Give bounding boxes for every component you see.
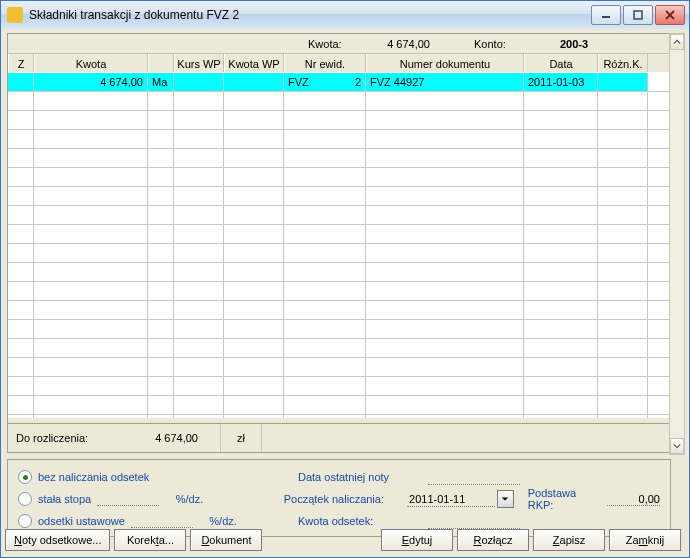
- summary-value: 4 674,00: [126, 432, 204, 444]
- cell-kwotawp[interactable]: [224, 73, 284, 91]
- grid-panel: Kwota: 4 674,00 Konto: 200-3 Z Kwota Kur…: [7, 33, 671, 453]
- table-row[interactable]: [8, 111, 670, 130]
- system-buttons: [591, 5, 685, 25]
- minimize-button[interactable]: [591, 5, 621, 25]
- radio-fixed-rate[interactable]: [18, 492, 32, 506]
- summary-unit: zł: [220, 424, 262, 452]
- cell-nrewid[interactable]: FVZ2: [284, 73, 366, 91]
- summary-row: Do rozliczenia: 4 674,00 zł: [8, 423, 670, 452]
- svg-rect-0: [602, 16, 610, 18]
- disconnect-button[interactable]: Rozłącz: [457, 529, 529, 551]
- close-button[interactable]: [655, 5, 685, 25]
- button-bar: Noty odsetkowe... Korekta... Dokument Ed…: [5, 527, 685, 553]
- interest-notes-button[interactable]: Noty odsetkowe...: [5, 529, 110, 551]
- client-area: Kwota: 4 674,00 Konto: 200-3 Z Kwota Kur…: [1, 29, 689, 557]
- grid-body[interactable]: 4 674,00 Ma FVZ2 FVZ 44927 2011-01-03: [8, 72, 670, 418]
- table-row[interactable]: [8, 320, 670, 339]
- maximize-icon: [633, 10, 643, 20]
- svg-rect-1: [634, 11, 642, 19]
- info-row: Kwota: 4 674,00 Konto: 200-3: [8, 34, 670, 54]
- kwota-value: 4 674,00: [360, 38, 438, 50]
- window: Składniki transakcji z dokumentu FVZ 2 K…: [0, 0, 690, 558]
- radio-statutory[interactable]: [18, 514, 32, 528]
- window-title: Składniki transakcji z dokumentu FVZ 2: [29, 8, 591, 22]
- basis-label: Podstawa RKP:: [528, 487, 601, 511]
- rate-suffix: %/dz.: [165, 493, 203, 505]
- cell-side[interactable]: Ma: [148, 73, 174, 91]
- chevron-up-icon: [673, 38, 681, 46]
- radio-no-interest[interactable]: [18, 470, 32, 484]
- table-row[interactable]: [8, 301, 670, 320]
- basis-value[interactable]: 0,00: [607, 493, 660, 506]
- table-row[interactable]: [8, 339, 670, 358]
- table-row[interactable]: [8, 168, 670, 187]
- interest-amount-label: Kwota odsetek:: [298, 515, 428, 527]
- rate-suffix-2: %/dz.: [199, 515, 237, 527]
- correction-button[interactable]: Korekta...: [114, 529, 186, 551]
- close-dialog-button[interactable]: Zamknij: [609, 529, 681, 551]
- titlebar[interactable]: Składniki transakcji z dokumentu FVZ 2: [1, 1, 689, 30]
- table-row[interactable]: [8, 225, 670, 244]
- last-note-field[interactable]: [428, 470, 520, 485]
- header-kwota[interactable]: Kwota: [34, 54, 148, 73]
- radio-no-interest-label: bez naliczania odsetek: [38, 471, 149, 483]
- header-numdok[interactable]: Numer dokumentu: [366, 54, 524, 73]
- app-icon: [7, 7, 23, 23]
- table-row[interactable]: [8, 377, 670, 396]
- statutory-rate-field[interactable]: [131, 514, 193, 528]
- radio-statutory-label: odsetki ustawowe: [38, 515, 125, 527]
- cell-roznk[interactable]: [598, 73, 648, 91]
- start-date-field[interactable]: 2011-01-11: [407, 492, 495, 507]
- header-roznk[interactable]: Różn.K.: [598, 54, 648, 73]
- table-row[interactable]: [8, 396, 670, 415]
- kwota-label: Kwota:: [308, 38, 360, 50]
- konto-label: Konto:: [474, 38, 524, 50]
- header-side[interactable]: [148, 54, 174, 73]
- edit-button[interactable]: Edytuj: [381, 529, 453, 551]
- table-row[interactable]: [8, 187, 670, 206]
- save-button[interactable]: Zapisz: [533, 529, 605, 551]
- table-row[interactable]: [8, 206, 670, 225]
- options-panel: bez naliczania odsetek Data ostatniej no…: [7, 459, 671, 537]
- last-note-label: Data ostatniej noty: [298, 471, 428, 483]
- grid-header: Z Kwota Kurs WP Kwota WP Nr ewid. Numer …: [8, 54, 670, 74]
- cell-z[interactable]: [8, 73, 34, 91]
- cell-kwota[interactable]: 4 674,00: [34, 73, 148, 91]
- table-row[interactable]: [8, 149, 670, 168]
- table-row[interactable]: [8, 282, 670, 301]
- radio-fixed-rate-label: stała stopa: [38, 493, 91, 505]
- start-label: Początek naliczania:: [284, 493, 407, 505]
- date-dropdown-button[interactable]: [497, 490, 514, 508]
- table-row[interactable]: 4 674,00 Ma FVZ2 FVZ 44927 2011-01-03: [8, 73, 670, 92]
- vertical-scrollbar[interactable]: [669, 33, 685, 455]
- minimize-icon: [601, 10, 611, 20]
- chevron-down-icon: [673, 442, 681, 450]
- cell-kurs[interactable]: [174, 73, 224, 91]
- table-row[interactable]: [8, 415, 670, 418]
- summary-label: Do rozliczenia:: [8, 432, 126, 444]
- table-row[interactable]: [8, 130, 670, 149]
- document-button[interactable]: Dokument: [190, 529, 262, 551]
- cell-numdok[interactable]: FVZ 44927: [366, 73, 524, 91]
- header-z[interactable]: Z: [8, 54, 34, 73]
- header-kurs[interactable]: Kurs WP: [174, 54, 224, 73]
- fixed-rate-field[interactable]: [97, 492, 159, 506]
- table-row[interactable]: [8, 263, 670, 282]
- scroll-down-button[interactable]: [670, 438, 684, 454]
- close-icon: [665, 10, 675, 20]
- scroll-up-button[interactable]: [670, 34, 684, 50]
- table-row[interactable]: [8, 244, 670, 263]
- konto-value: 200-3: [560, 38, 650, 50]
- header-kwotawp[interactable]: Kwota WP: [224, 54, 284, 73]
- header-data[interactable]: Data: [524, 54, 598, 73]
- table-row[interactable]: [8, 92, 670, 111]
- table-row[interactable]: [8, 358, 670, 377]
- chevron-down-icon: [501, 495, 509, 503]
- header-nrewid[interactable]: Nr ewid.: [284, 54, 366, 73]
- maximize-button[interactable]: [623, 5, 653, 25]
- cell-data[interactable]: 2011-01-03: [524, 73, 598, 91]
